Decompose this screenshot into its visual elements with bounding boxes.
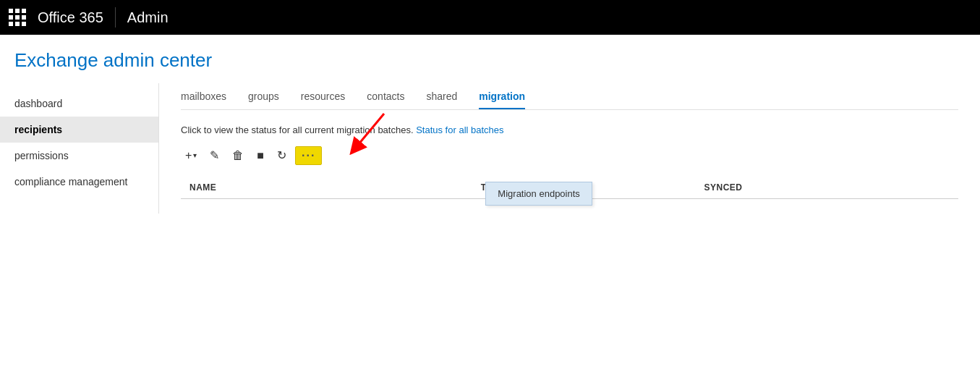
sidebar-item-permissions[interactable]: permissions [0, 143, 158, 169]
edit-icon: ✎ [210, 148, 219, 162]
status-all-batches-link[interactable]: Status for all batches [416, 125, 503, 135]
status-description: Click to view the status for all current… [181, 125, 414, 135]
col-status [391, 177, 472, 199]
sidebar-item-compliance[interactable]: compliance management [0, 169, 158, 195]
refresh-icon: ↻ [277, 148, 286, 162]
trash-icon: 🗑 [232, 149, 244, 162]
top-bar: Office 365 Admin [0, 0, 980, 35]
tab-contacts[interactable]: contacts [367, 90, 404, 109]
status-line: Click to view the status for all current… [181, 125, 958, 135]
app-name: Office 365 [38, 9, 103, 26]
toolbar: + ▾ ✎ 🗑 ■ ↻ [181, 146, 958, 165]
tab-groups[interactable]: groups [248, 90, 279, 109]
page-container: Exchange admin center dashboard recipien… [0, 35, 980, 214]
page-title: Exchange admin center [0, 35, 980, 83]
sidebar-item-dashboard[interactable]: dashboard [0, 90, 158, 117]
migration-endpoints-dropdown[interactable]: Migration endpoints [485, 182, 592, 206]
tab-shared[interactable]: shared [426, 90, 457, 109]
stop-icon: ■ [257, 149, 264, 162]
section-name: Admin [127, 9, 169, 26]
tab-mailboxes[interactable]: mailboxes [181, 90, 226, 109]
col-synced: SYNCED [695, 177, 958, 199]
migration-endpoints-label: Migration endpoints [498, 188, 579, 199]
tab-migration[interactable]: migration [479, 90, 525, 109]
more-button[interactable]: ··· [295, 146, 322, 165]
edit-button[interactable]: ✎ [205, 146, 223, 165]
add-button[interactable]: + ▾ [181, 146, 201, 165]
content-area: mailboxes groups resources contacts shar… [159, 83, 980, 214]
sidebar-item-recipients[interactable]: recipients [0, 117, 158, 143]
sidebar: dashboard recipients permissions complia… [0, 83, 159, 214]
main-layout: dashboard recipients permissions complia… [0, 83, 980, 214]
waffle-icon[interactable] [9, 9, 26, 26]
add-dropdown-arrow: ▾ [193, 151, 197, 159]
stop-button[interactable]: ■ [252, 146, 268, 165]
topbar-divider [115, 7, 116, 28]
add-icon: + [185, 149, 192, 162]
tabs-bar: mailboxes groups resources contacts shar… [181, 83, 958, 110]
more-dots-icon: ··· [302, 149, 315, 161]
delete-button[interactable]: 🗑 [228, 146, 248, 165]
col-name: NAME [181, 177, 391, 199]
tab-resources[interactable]: resources [301, 90, 345, 109]
refresh-button[interactable]: ↻ [273, 146, 291, 165]
